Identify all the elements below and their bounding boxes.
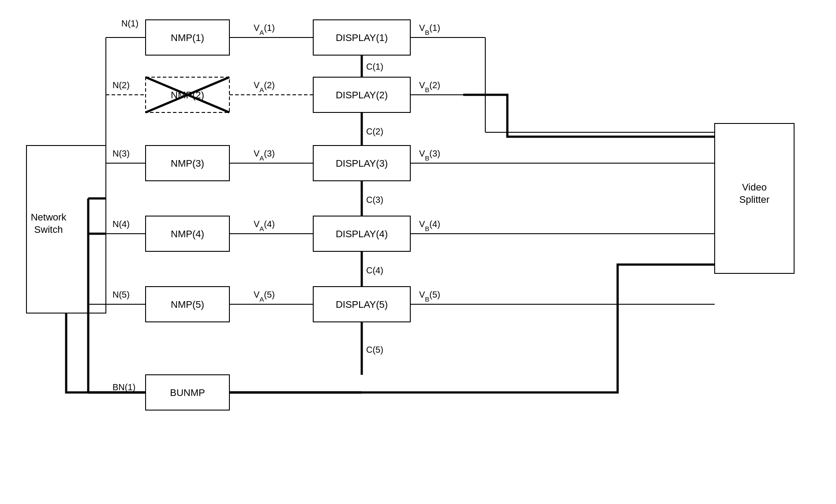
display3-label: DISPLAY(3) bbox=[336, 158, 388, 169]
n5-label: N(5) bbox=[112, 290, 130, 299]
video-splitter-label1: Video bbox=[742, 182, 767, 193]
bn1-label: BN(1) bbox=[112, 382, 135, 392]
network-switch-label: Network bbox=[31, 212, 67, 223]
n2-label: N(2) bbox=[112, 80, 130, 90]
display4-label: DISPLAY(4) bbox=[336, 228, 388, 239]
svg-rect-0 bbox=[0, 0, 836, 504]
bunmp-label: BUNMP bbox=[170, 387, 205, 398]
c3-label: C(3) bbox=[366, 195, 383, 205]
n1-label: N(1) bbox=[121, 19, 139, 28]
display1-label: DISPLAY(1) bbox=[336, 32, 388, 43]
nmp3-label: NMP(3) bbox=[171, 158, 204, 169]
n4-label: N(4) bbox=[112, 219, 130, 229]
display5-label: DISPLAY(5) bbox=[336, 299, 388, 310]
nmp4-label: NMP(4) bbox=[171, 228, 204, 239]
c1-label: C(1) bbox=[366, 62, 383, 71]
nmp1-label: NMP(1) bbox=[171, 32, 204, 43]
diagram-svg: Network Switch NMP(1) NMP(2) NMP(3) NMP(… bbox=[0, 0, 836, 504]
display2-label: DISPLAY(2) bbox=[336, 90, 388, 101]
n3-label: N(3) bbox=[112, 149, 130, 158]
c2-label: C(2) bbox=[366, 127, 383, 136]
video-splitter-label2: Splitter bbox=[739, 194, 769, 205]
c4-label: C(4) bbox=[366, 265, 383, 275]
c5-label: C(5) bbox=[366, 345, 383, 355]
nmp5-label: NMP(5) bbox=[171, 299, 204, 310]
network-switch-label2: Switch bbox=[34, 224, 63, 235]
